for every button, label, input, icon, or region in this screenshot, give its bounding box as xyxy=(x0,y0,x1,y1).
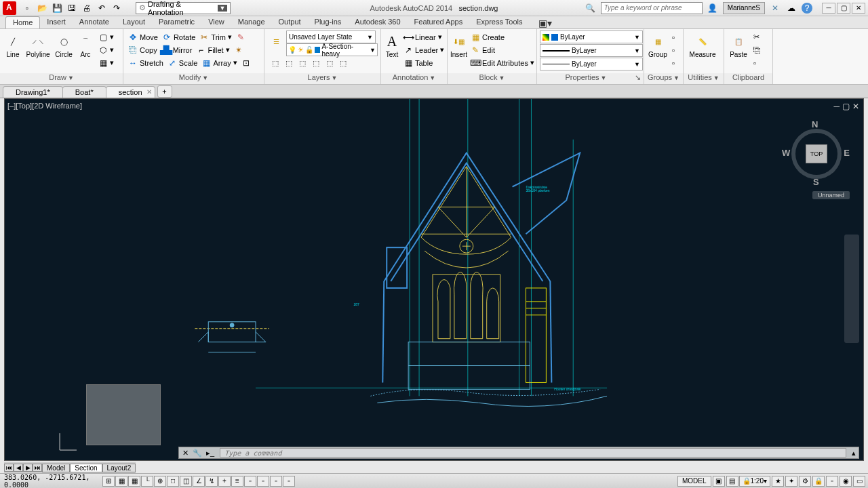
restore-button[interactable]: ▢ xyxy=(837,3,850,14)
file-tab[interactable]: Drawing1* xyxy=(3,86,63,98)
linear-dim-button[interactable]: ⟷Linear▾ xyxy=(401,30,446,43)
explode-button[interactable]: ✴ xyxy=(232,43,245,56)
sb-quickview-icon[interactable]: ▤ xyxy=(726,476,738,487)
layout-next-icon[interactable]: ▶ xyxy=(23,464,33,472)
panel-draw-title[interactable]: Draw▼ xyxy=(0,73,123,84)
erase-button[interactable]: ✎ xyxy=(234,30,248,43)
open-icon[interactable]: 📂 xyxy=(37,3,47,14)
layer-tool5[interactable]: ⬚ xyxy=(324,57,335,70)
sb-otrack-icon[interactable]: ∠ xyxy=(193,476,205,487)
create-block-button[interactable]: ▦Create xyxy=(469,30,536,43)
drawing-canvas[interactable]: [–][Top][2D Wireframe] ─ ▢ ✕ N S E W TOP… xyxy=(4,98,864,461)
tab-express-tools[interactable]: Express Tools xyxy=(469,16,529,28)
sb-snap-icon[interactable]: ▦ xyxy=(115,476,127,487)
panel-modify-title[interactable]: Modify▼ xyxy=(123,73,264,84)
annotation-scale[interactable]: 🔒 1:20 ▾ xyxy=(739,476,770,487)
sb-hardware-icon[interactable]: ▫ xyxy=(826,476,838,487)
stretch-button[interactable]: ↔Stretch xyxy=(126,56,165,69)
sb-ws-icon[interactable]: ⚙ xyxy=(799,476,811,487)
sb-dyn-icon[interactable]: + xyxy=(218,476,231,487)
new-icon[interactable]: ▫ xyxy=(22,3,33,14)
tab-autodesk360[interactable]: Autodesk 360 xyxy=(348,16,407,28)
sb-infer-icon[interactable]: ⊞ xyxy=(102,476,115,487)
signin-icon[interactable]: 👤 xyxy=(707,2,719,14)
file-tab[interactable]: section✕ xyxy=(106,86,155,98)
tab-parametric[interactable]: Parametric xyxy=(152,16,201,28)
group-button[interactable]: ▦Group xyxy=(647,30,669,58)
group-tool2[interactable]: ▫ xyxy=(670,43,677,56)
sb-ducs-icon[interactable]: ↯ xyxy=(205,476,218,487)
tab-layout[interactable]: Layout xyxy=(116,16,152,28)
match-button[interactable]: ▫ xyxy=(751,56,763,69)
measure-button[interactable]: 📏Measure xyxy=(686,30,719,58)
command-input[interactable] xyxy=(220,448,846,458)
sb-polar-icon[interactable]: ⊕ xyxy=(154,476,166,487)
layout-tab-section[interactable]: Section xyxy=(70,464,102,472)
panel-groups-title[interactable]: Groups▼ xyxy=(644,73,683,84)
search-input[interactable] xyxy=(601,2,703,14)
tab-output[interactable]: Output xyxy=(272,16,308,28)
circle-button[interactable]: ◯Circle xyxy=(53,30,75,58)
sb-sc-icon[interactable]: ▫ xyxy=(270,476,282,487)
user-button[interactable]: MarianneS xyxy=(723,2,765,14)
group-tool3[interactable]: ▫ xyxy=(670,56,677,69)
paste-button[interactable]: 📋Paste xyxy=(727,30,750,58)
layout-tab-layout2[interactable]: Layout2 xyxy=(102,464,136,472)
layout-last-icon[interactable]: ⏭ xyxy=(33,464,42,472)
color-select[interactable]: ByLayer▼ xyxy=(540,30,643,43)
array-button[interactable]: ▦Array▾ xyxy=(199,56,239,69)
polyline-button[interactable]: ⟋⟍Polyline xyxy=(24,30,52,58)
offset-button[interactable]: ⊡ xyxy=(239,56,253,69)
tab-addon-icon[interactable]: ▣▾ xyxy=(532,16,559,28)
cloud-icon[interactable]: ☁ xyxy=(785,2,797,14)
sb-am-icon[interactable]: ▫ xyxy=(283,476,295,487)
sb-isolate-icon[interactable]: ◉ xyxy=(840,476,852,487)
exchange-icon[interactable]: ✕ xyxy=(769,2,781,14)
rotate-button[interactable]: ⟳Rotate xyxy=(160,30,197,43)
draw-more1[interactable]: ▢▾ xyxy=(96,30,116,43)
sb-toolbar-icon[interactable]: 🔒 xyxy=(812,476,825,487)
line-button[interactable]: ╱Line xyxy=(3,30,23,58)
layer-tool1[interactable]: ⬚ xyxy=(270,57,281,70)
tab-annotate[interactable]: Annotate xyxy=(73,16,116,28)
cmdline-expand-icon[interactable]: ▴ xyxy=(849,449,859,458)
layer-select[interactable]: 💡 ☀ 🔓 A-Section-heavy▼ xyxy=(286,43,378,56)
close-icon[interactable]: ✕ xyxy=(146,88,152,96)
sb-osnap-icon[interactable]: □ xyxy=(167,476,179,487)
close-button[interactable]: ✕ xyxy=(852,3,865,14)
panel-layers-title[interactable]: Layers▼ xyxy=(264,73,380,84)
save-icon[interactable]: 💾 xyxy=(52,3,62,14)
leader-button[interactable]: ↗Leader▾ xyxy=(401,43,446,56)
copy-clip-button[interactable]: ⿻ xyxy=(751,43,763,56)
move-button[interactable]: ✥Move xyxy=(126,30,160,43)
cmdline-close-icon[interactable]: ✕ xyxy=(179,449,191,458)
help-icon[interactable]: ? xyxy=(802,3,812,14)
app-logo[interactable] xyxy=(3,1,16,15)
tab-featured-apps[interactable]: Featured Apps xyxy=(408,16,470,28)
saveas-icon[interactable]: 🖫 xyxy=(66,3,77,14)
sb-clean-icon[interactable]: ▭ xyxy=(853,476,865,487)
layout-first-icon[interactable]: ⏮ xyxy=(4,464,14,472)
sb-qp-icon[interactable]: ▫ xyxy=(257,476,269,487)
model-space-button[interactable]: MODEL xyxy=(677,476,711,487)
file-tab[interactable]: Boat* xyxy=(62,86,106,98)
sb-tpy-icon[interactable]: ▫ xyxy=(244,476,256,487)
tab-insert[interactable]: Insert xyxy=(40,16,73,28)
scale-button[interactable]: ⤢Scale xyxy=(165,56,200,69)
draw-more3[interactable]: ▦▾ xyxy=(96,56,116,69)
new-tab-button[interactable]: + xyxy=(157,85,172,98)
panel-properties-title[interactable]: Properties▼↘ xyxy=(537,73,644,84)
panel-annotation-title[interactable]: Annotation▼ xyxy=(381,73,447,84)
sb-grid-icon[interactable]: ▦ xyxy=(128,476,140,487)
layer-tool4[interactable]: ⬚ xyxy=(311,57,321,70)
linetype-select[interactable]: ByLayer▼ xyxy=(540,58,643,70)
edit-block-button[interactable]: ✎Edit xyxy=(469,43,536,56)
tab-plugins[interactable]: Plug-ins xyxy=(308,16,349,28)
sb-ortho-icon[interactable]: └ xyxy=(141,476,153,487)
layout-tab-model[interactable]: Model xyxy=(42,464,70,472)
minimize-button[interactable]: ─ xyxy=(822,3,835,14)
workspace-selector[interactable]: ⚙ Drafting & Annotation ▼ xyxy=(136,2,231,14)
redo-icon[interactable]: ↷ xyxy=(111,3,122,14)
tab-home[interactable]: Home xyxy=(5,16,40,28)
panel-block-title[interactable]: Block▼ xyxy=(448,73,536,84)
